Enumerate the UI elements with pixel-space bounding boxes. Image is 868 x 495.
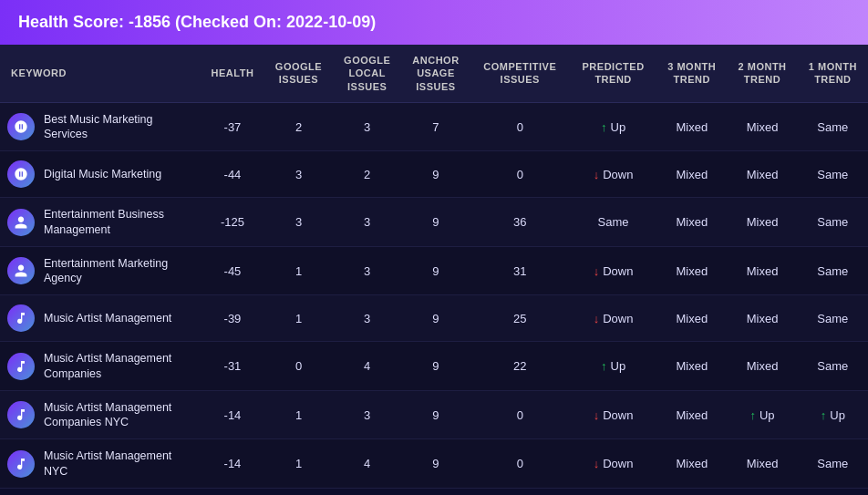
anchor-usage-issues-value: 9 — [401, 390, 470, 439]
keyword-icon — [7, 304, 35, 332]
google-issues-value: 3 — [264, 151, 333, 198]
two-month-trend-value: Mixed — [727, 295, 797, 342]
keyword-text: Digital Music Marketing — [44, 167, 161, 181]
table-row: Digital Music Marketing -44 3 2 9 0 ↓Dow… — [0, 151, 868, 198]
one-month-trend-value: Same — [798, 342, 868, 391]
table-row: Music Artist Management Companies NYC -1… — [0, 390, 868, 439]
predicted-trend-value: ↓Down — [570, 295, 656, 342]
google-issues-value: 1 — [264, 439, 333, 489]
three-month-trend-value: Mixed — [656, 151, 727, 198]
one-month-trend-value: Same — [798, 246, 868, 295]
col-header-google-local-issues: GOOGLELOCALISSUES — [333, 45, 401, 102]
predicted-trend-value: ↓Down — [570, 390, 656, 439]
main-table-container: KEYWORD HEALTH GOOGLEISSUES GOOGLELOCALI… — [0, 45, 868, 489]
table-row: Music Artist Management -39 1 3 9 25 ↓Do… — [0, 295, 868, 342]
trend-label: Mixed — [747, 215, 779, 229]
one-month-trend-value: Same — [798, 151, 868, 198]
keyword-text: Entertainment Business Management — [44, 207, 195, 237]
arrow-down-icon: ↓ — [594, 312, 600, 325]
three-month-trend-value: Mixed — [656, 342, 727, 391]
google-local-issues-value: 3 — [333, 390, 401, 439]
two-month-trend-value: Mixed — [727, 342, 797, 391]
one-month-trend-value: Same — [798, 102, 868, 151]
competitive-issues-value: 0 — [470, 390, 570, 439]
keyword-icon — [7, 209, 35, 236]
anchor-usage-issues-value: 9 — [401, 439, 470, 489]
trend-label: Down — [603, 408, 633, 422]
arrow-up-icon: ↑ — [749, 408, 756, 422]
arrow-up-icon: ↑ — [821, 408, 827, 422]
anchor-usage-issues-value: 9 — [401, 295, 470, 342]
keyword-text: Music Artist Management Companies — [44, 351, 195, 381]
arrow-down-icon: ↓ — [594, 408, 600, 422]
keyword-cell: Digital Music Marketing — [0, 151, 201, 198]
google-issues-value: 1 — [264, 246, 333, 295]
trend-label: Up — [611, 359, 626, 373]
keyword-cell: Entertainment Business Management — [0, 198, 201, 247]
keyword-cell: Best Music Marketing Services — [0, 102, 201, 151]
trend-label: Up — [611, 120, 626, 134]
one-month-trend-value: Same — [798, 295, 868, 342]
table-row: Music Artist Management NYC -14 1 4 9 0 … — [0, 439, 868, 489]
two-month-trend-value: Mixed — [727, 151, 797, 198]
keyword-icon — [7, 353, 35, 380]
keyword-cell: Music Artist Management NYC — [0, 439, 201, 489]
predicted-trend-value: ↑Up — [570, 342, 656, 391]
two-month-trend-value: Mixed — [727, 439, 797, 489]
competitive-issues-value: 36 — [470, 198, 570, 247]
two-month-trend-value: Mixed — [727, 102, 797, 151]
health-score-title: Health Score: -1856 (Checked On: 2022-10… — [18, 13, 376, 31]
keyword-text: Music Artist Management NYC — [44, 449, 195, 479]
col-header-anchor-usage-issues: ANCHORUSAGEISSUES — [401, 45, 470, 102]
trend-label: Same — [598, 215, 629, 229]
keyword-text: Music Artist Management Companies NYC — [44, 400, 195, 430]
anchor-usage-issues-value: 9 — [401, 342, 470, 391]
google-local-issues-value: 4 — [333, 342, 401, 391]
competitive-issues-value: 0 — [470, 102, 570, 151]
arrow-up-icon: ↑ — [601, 359, 607, 373]
three-month-trend-value: Mixed — [656, 295, 727, 342]
header-bar: Health Score: -1856 (Checked On: 2022-10… — [0, 0, 868, 45]
col-header-1-month-trend: 1 MONTHTREND — [798, 45, 868, 102]
health-value: -44 — [201, 151, 264, 198]
arrow-down-icon: ↓ — [594, 457, 600, 470]
trend-label: Mixed — [747, 312, 779, 325]
google-issues-value: 0 — [264, 342, 333, 391]
trend-label: Same — [817, 359, 848, 373]
predicted-trend-value: Same — [570, 198, 656, 247]
keyword-cell: Music Artist Management Companies — [0, 342, 201, 391]
three-month-trend-value: Mixed — [656, 439, 727, 489]
col-header-competitive-issues: COMPETITIVEISSUES — [470, 45, 570, 102]
google-local-issues-value: 3 — [333, 246, 401, 295]
competitive-issues-value: 0 — [470, 439, 570, 489]
two-month-trend-value: Mixed — [727, 246, 797, 295]
one-month-trend-value: Same — [798, 198, 868, 247]
col-header-keyword: KEYWORD — [0, 45, 201, 102]
health-value: -37 — [201, 102, 264, 151]
keyword-icon — [7, 257, 35, 284]
keywords-table: KEYWORD HEALTH GOOGLEISSUES GOOGLELOCALI… — [0, 45, 868, 489]
health-value: -31 — [201, 342, 264, 391]
keyword-cell: Entertainment Marketing Agency — [0, 246, 201, 295]
col-header-predicted-trend: PREDICTEDTREND — [570, 45, 656, 102]
trend-label: Mixed — [747, 457, 779, 470]
keyword-cell: Music Artist Management — [0, 295, 201, 342]
predicted-trend-value: ↓Down — [570, 439, 656, 489]
predicted-trend-value: ↑Up — [570, 102, 656, 151]
health-value: -45 — [201, 246, 264, 295]
trend-label: Down — [603, 264, 633, 278]
trend-label: Down — [603, 168, 633, 181]
trend-label: Up — [830, 408, 845, 422]
three-month-trend-value: Mixed — [656, 198, 727, 247]
col-header-health: HEALTH — [201, 45, 264, 102]
trend-label: Mixed — [747, 120, 779, 134]
keyword-icon — [7, 113, 35, 140]
anchor-usage-issues-value: 9 — [401, 198, 470, 247]
anchor-usage-issues-value: 7 — [401, 102, 470, 151]
google-local-issues-value: 3 — [333, 102, 401, 151]
col-header-google-issues: GOOGLEISSUES — [264, 45, 333, 102]
anchor-usage-issues-value: 9 — [401, 151, 470, 198]
health-value: -14 — [201, 439, 264, 489]
arrow-up-icon: ↑ — [601, 120, 607, 134]
trend-label: Mixed — [747, 168, 779, 181]
